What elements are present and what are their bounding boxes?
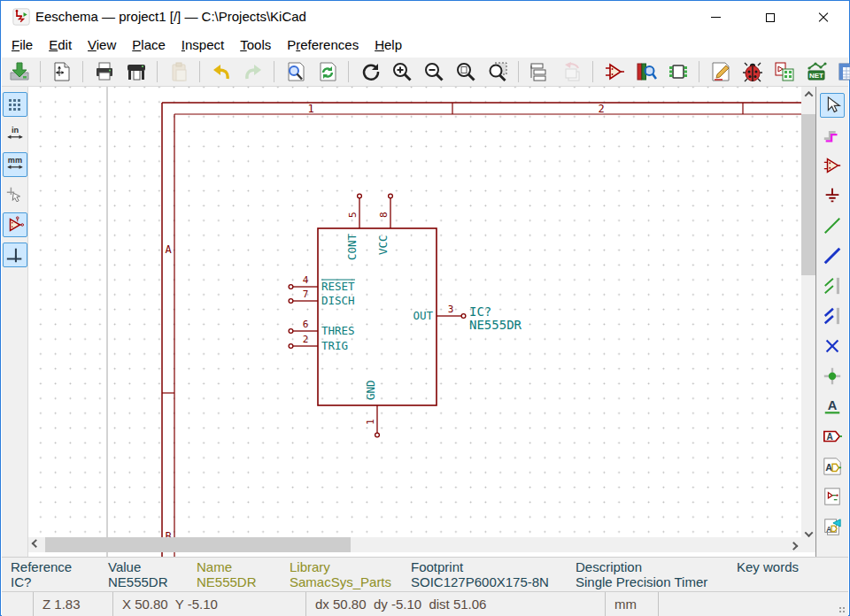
footprint-editor-button[interactable]	[665, 59, 691, 85]
paste-button[interactable]	[166, 59, 191, 85]
info-value: Single Precision Timer	[576, 574, 707, 589]
symbol-value[interactable]: NE555DR	[469, 318, 522, 332]
leave-sheet-button[interactable]	[559, 59, 584, 85]
toolbar-separator	[592, 61, 593, 82]
plot-button[interactable]	[123, 59, 149, 85]
maximize-button[interactable]	[751, 1, 790, 34]
mm-icon: mm	[5, 155, 25, 174]
svg-text:5: 5	[347, 212, 359, 218]
place-symbol-button[interactable]	[820, 153, 845, 178]
info-value: NE555DR	[197, 574, 257, 589]
symbol-library-browser-button[interactable]	[633, 59, 659, 85]
svg-text:VCC: VCC	[376, 235, 390, 255]
net-label-button[interactable]: A	[820, 394, 845, 419]
scroll-up-arrow[interactable]	[801, 87, 816, 102]
grid-visibility-toggle[interactable]	[3, 92, 27, 117]
menu-edit[interactable]: Edit	[41, 34, 80, 58]
chevron-up-icon	[805, 91, 814, 100]
units-mm-toggle[interactable]: mm	[3, 152, 27, 177]
hierarchy-navigator-button[interactable]	[527, 59, 552, 85]
bus-to-bus-entry-button[interactable]	[820, 304, 845, 328]
redo-button[interactable]	[240, 59, 266, 85]
right-toolbar: A A A	[815, 87, 848, 557]
symbol-editor-button[interactable]	[601, 59, 627, 85]
hierarchical-sheet-button[interactable]	[820, 484, 845, 509]
cursor-shape-toggle[interactable]	[3, 182, 27, 207]
page-settings-button[interactable]	[49, 59, 74, 85]
menu-file[interactable]: File	[4, 34, 41, 58]
toolbar-separator	[518, 61, 519, 82]
scroll-right-arrow[interactable]	[786, 537, 801, 552]
maximize-icon	[766, 13, 775, 22]
cursor-shape-icon	[5, 185, 25, 204]
svg-text:1: 1	[365, 419, 376, 425]
toolbar-separator	[157, 61, 158, 82]
select-tool-button[interactable]	[820, 93, 845, 118]
redo-icon	[243, 61, 264, 82]
chevron-down-icon	[805, 528, 814, 537]
find-button[interactable]	[282, 59, 308, 85]
hierarchical-label-button[interactable]: A	[820, 454, 845, 479]
symbol-fields-table-button[interactable]	[835, 59, 850, 85]
update-pcb-button[interactable]	[771, 59, 797, 85]
svg-text:4: 4	[303, 274, 309, 286]
highlight-net-button[interactable]	[820, 123, 845, 148]
info-label: Name	[197, 559, 232, 574]
schematic-canvas[interactable]: 1 2 A B	[28, 87, 817, 557]
menu-preferences[interactable]: Preferences	[279, 34, 367, 58]
annotate-button[interactable]	[707, 59, 733, 85]
horizontal-scrollbar[interactable]	[28, 537, 801, 552]
left-toolbar: in mm	[2, 87, 28, 557]
units-inches-toggle[interactable]: in	[3, 122, 27, 147]
redraw-view-button[interactable]	[357, 59, 382, 85]
place-power-port-button[interactable]	[820, 183, 845, 208]
minimize-button[interactable]	[696, 1, 735, 34]
horizontal-scrollbar-thumb[interactable]	[45, 537, 351, 552]
orthogonal-wires-toggle[interactable]	[3, 243, 27, 267]
status-empty-segment	[2, 592, 34, 616]
sheet-frame-labels: 1 2 A B	[165, 103, 604, 543]
wire-to-bus-entry-button[interactable]	[820, 273, 845, 298]
menu-help[interactable]: Help	[367, 34, 410, 58]
generate-netlist-button[interactable]: NET	[803, 59, 829, 85]
menu-inspect[interactable]: Inspect	[174, 34, 232, 58]
import-sheet-pin-button[interactable]: A	[820, 514, 845, 539]
find-replace-button[interactable]	[314, 59, 340, 85]
menu-tools[interactable]: Tools	[232, 34, 279, 58]
frame-row-label: A	[165, 243, 172, 256]
zoom-out-button[interactable]	[421, 59, 446, 85]
print-button[interactable]	[91, 59, 117, 85]
zoom-in-button[interactable]	[389, 59, 414, 85]
status-units-segment: mm	[606, 592, 659, 616]
cursor-position: X 50.80 Y -5.10	[122, 597, 218, 612]
place-bus-button[interactable]	[820, 243, 845, 268]
vertical-scrollbar[interactable]	[801, 87, 816, 542]
place-junction-button[interactable]	[820, 364, 845, 389]
wire-icon	[823, 216, 842, 235]
info-label: Footprint	[411, 559, 463, 574]
status-cursor-segment: X 50.80 Y -5.10	[113, 592, 306, 616]
resize-grip[interactable]	[838, 605, 846, 614]
save-button[interactable]	[6, 59, 32, 85]
global-label-button[interactable]: A	[820, 424, 845, 449]
zoom-to-selection-button[interactable]	[484, 59, 510, 85]
zoom-level: Z 1.83	[42, 597, 81, 612]
titlebar[interactable]: Eeschema — project1 [/] — C:\Projects\Ki…	[2, 1, 848, 34]
close-button[interactable]	[804, 1, 843, 34]
symbol-reference[interactable]: IC?	[469, 304, 491, 319]
menu-view[interactable]: View	[80, 34, 124, 58]
vertical-scrollbar-thumb[interactable]	[801, 114, 816, 275]
no-connect-flag-button[interactable]	[820, 334, 845, 358]
update-pcb-icon	[774, 61, 795, 82]
symbol-ne555[interactable]: 5 8 4 7 6 2 3 1 CONT VCC RESET DISCH THR…	[289, 194, 522, 437]
plot-icon	[126, 61, 147, 82]
place-wire-button[interactable]	[820, 213, 845, 238]
scroll-left-arrow[interactable]	[28, 537, 43, 552]
erc-button[interactable]	[739, 59, 765, 85]
svg-text:TRIG: TRIG	[321, 339, 348, 352]
undo-button[interactable]	[208, 59, 234, 85]
hierarchical-label-icon: A	[823, 457, 842, 476]
show-hidden-pins-toggle[interactable]	[3, 212, 27, 237]
zoom-fit-button[interactable]	[452, 59, 478, 85]
menu-place[interactable]: Place	[124, 34, 174, 58]
